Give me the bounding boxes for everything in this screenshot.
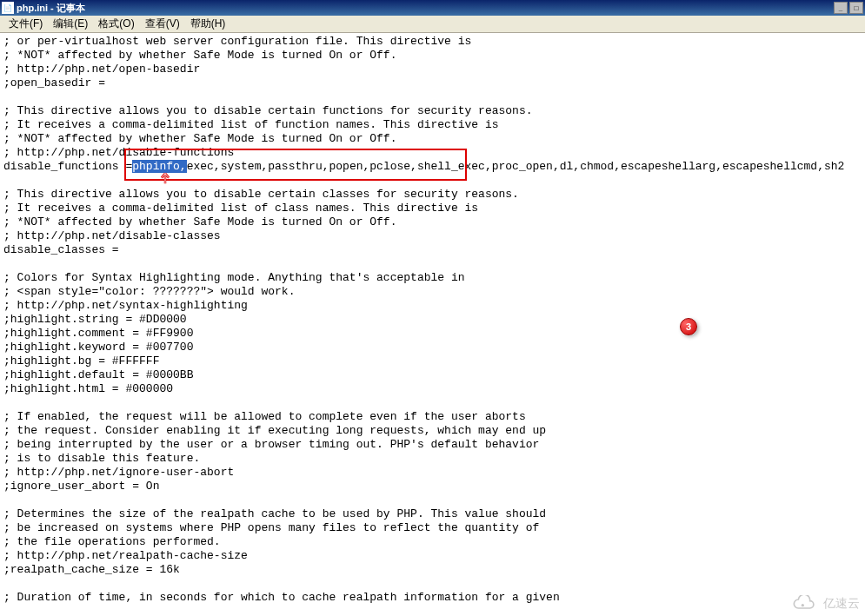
minimize-button[interactable]: _ [834, 2, 848, 14]
text-line: ; http://php.net/disable-classes [3, 229, 862, 243]
text-line: ;highlight.string = #DD0000 [3, 313, 862, 327]
watermark: 亿速云 [788, 595, 860, 613]
text-line: ; Duration of time, in seconds for which… [3, 591, 862, 605]
menu-edit[interactable]: 编辑(E) [48, 15, 93, 33]
text-line: ;ignore_user_abort = On [3, 480, 862, 493]
menu-view[interactable]: 查看(V) [140, 15, 185, 33]
text-line: ; http://php.net/ignore-user-abort [3, 466, 862, 480]
text-line: ; being interrupted by the user or a bro… [3, 438, 862, 452]
text-line: ; http://php.net/open-basedir [3, 63, 862, 76]
titlebar: 📄 php.ini - 记事本 _ □ [0, 0, 865, 16]
text-line [3, 493, 862, 507]
text-line: ; Colors for Syntax Highlighting mode. A… [3, 271, 862, 285]
text-line: ; or per-virtualhost web server configur… [3, 35, 862, 49]
text-line: ; Determines the size of the realpath ca… [3, 507, 862, 521]
editor-area[interactable]: ; or per-virtualhost web server configur… [0, 33, 865, 616]
text-line: ;highlight.bg = #FFFFFF [3, 354, 862, 368]
text-line [3, 577, 862, 591]
menubar: 文件(F) 编辑(E) 格式(O) 查看(V) 帮助(H) [0, 16, 865, 33]
text-line: ; *NOT* affected by whether Safe Mode is… [3, 132, 862, 146]
svg-point-0 [802, 604, 804, 606]
text-line: ; If enabled, the request will be allowe… [3, 410, 862, 424]
selected-text: phpinfo, [132, 160, 186, 173]
text-line: ; is to disable this feature. [3, 452, 862, 466]
notepad-icon: 📄 [2, 2, 14, 14]
text-line: ; the request. Consider enabling it if e… [3, 424, 862, 438]
annotation-step-badge: 3 [680, 318, 697, 335]
text-line: ; *NOT* affected by whether Safe Mode is… [3, 215, 862, 229]
text-line: disable_functions =phpinfo,exec,system,p… [3, 160, 862, 174]
maximize-button[interactable]: □ [849, 2, 863, 14]
text-line: disable_classes = [3, 243, 862, 257]
text-line: ;highlight.default = #0000BB [3, 368, 862, 382]
text-line: ; be increased on systems where PHP open… [3, 521, 862, 535]
menu-format[interactable]: 格式(O) [93, 15, 139, 33]
text-line: ; It receives a comma-delimited list of … [3, 118, 862, 132]
text-line: ;open_basedir = [3, 76, 862, 90]
text-line: ;highlight.comment = #FF9900 [3, 327, 862, 341]
text-line: ; It receives a comma-delimited list of … [3, 202, 862, 215]
text-segment: disable_functions = [3, 160, 132, 173]
badge-number: 3 [686, 321, 691, 332]
cloud-icon [788, 595, 820, 613]
text-line: ; http://php.net/syntax-highlighting [3, 299, 862, 313]
menu-file[interactable]: 文件(F) [3, 15, 48, 33]
watermark-text: 亿速云 [823, 596, 860, 612]
menu-help[interactable]: 帮助(H) [185, 15, 231, 33]
text-line: ;highlight.html = #000000 [3, 382, 862, 396]
text-line [3, 90, 862, 104]
text-line [3, 396, 862, 410]
text-line: ;highlight.keyword = #007700 [3, 341, 862, 354]
text-line: ; <span style="color: ???????"> would wo… [3, 285, 862, 299]
text-line: ;realpath_cache_size = 16k [3, 563, 862, 577]
window-controls: _ □ [834, 2, 865, 14]
text-line: ; the file operations performed. [3, 535, 862, 549]
text-line: ; *NOT* affected by whether Safe Mode is… [3, 49, 862, 63]
text-line: ; This directive allows you to disable c… [3, 104, 862, 118]
text-segment: exec,system,passthru,popen,pclose,shell_… [187, 160, 845, 173]
text-line: ; This directive allows you to disable c… [3, 188, 862, 202]
text-line [3, 174, 862, 188]
text-line [3, 257, 862, 271]
text-line: ; http://php.net/realpath-cache-size [3, 549, 862, 563]
text-line: ; http://php.net/disable-functions [3, 146, 862, 160]
window-title: php.ini - 记事本 [17, 2, 85, 15]
